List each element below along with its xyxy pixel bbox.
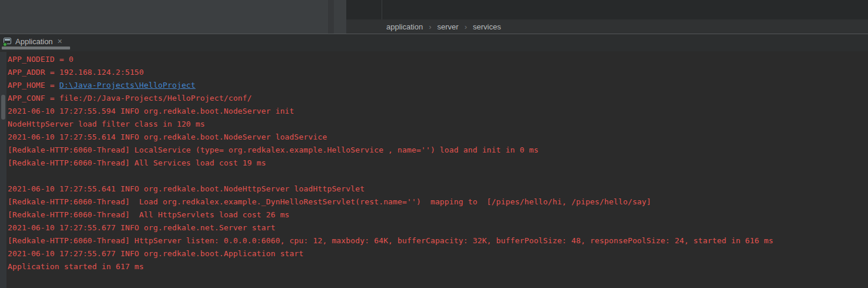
console-output[interactable]: APP_NODEID = 0APP_ADDR = 192.168.124.2:5… [8,53,868,273]
console-line: APP_CONF = file:/D:/Java-Projects/HelloP… [8,92,868,105]
console-line [8,170,868,183]
console-line: APP_ADDR = 192.168.124.2:5150 [8,66,868,79]
app-home-link[interactable]: D:\Java-Projects\HelloProject [59,81,196,90]
editor-header-area [346,0,868,19]
console-line: 2021-06-10 17:27:55.677 INFO org.redkale… [8,247,868,260]
console-text: APP_ADDR = 192.168.124.2:5150 [8,68,144,77]
console-window-titlebar [5,39,10,41]
console-text: APP_HOME = [8,81,59,90]
breadcrumb-item-server[interactable]: server [438,22,459,31]
console-text: 2021-06-10 17:27:55.677 INFO org.redkale… [8,223,276,232]
breadcrumb: application›server›services [346,19,868,34]
breadcrumb-item-application[interactable]: application [386,22,423,31]
console-line: [Redkale-HTTP:6060-Thread] HttpServer li… [8,234,868,247]
header-divider [382,0,382,19]
console-gutter [0,52,6,288]
tab-application-label: Application [15,37,53,46]
console-line: 2021-06-10 17:27:55.614 INFO org.redkale… [8,131,868,144]
console-line: 2021-06-10 17:27:55.641 INFO org.redkale… [8,183,868,196]
console-line: APP_HOME = D:\Java-Projects\HelloProject [8,79,868,92]
tab-active-indicator [2,47,70,49]
console-text: [Redkale-HTTP:6060-Thread] HttpServer li… [8,236,773,245]
console-text: Application started in 617 ms [8,262,144,271]
console-line: [Redkale-HTTP:6060-Thread] All HttpServl… [8,208,868,221]
console-line: 2021-06-10 17:27:55.677 INFO org.redkale… [8,221,868,234]
console-line: Application started in 617 ms [8,260,868,273]
scrollbar-thumb[interactable] [1,95,5,120]
console-text: NodeHttpServer load filter class in 120 … [8,120,205,128]
console-text: [Redkale-HTTP:6060-Thread] LocalService … [8,145,538,154]
console-text: [Redkale-HTTP:6060-Thread] All Services … [8,158,266,167]
console-line: [Redkale-HTTP:6060-Thread] Load org.redk… [8,196,868,208]
console-text: 2021-06-10 17:27:55.614 INFO org.redkale… [8,133,327,141]
close-icon[interactable]: × [58,37,62,45]
console-text: 2021-06-10 17:27:55.594 INFO org.redkale… [8,107,294,115]
console-text: APP_CONF = file:/D:/Java-Projects/HelloP… [8,94,252,102]
console-text: [Redkale-HTTP:6060-Thread] All HttpServl… [8,210,290,219]
console-line: [Redkale-HTTP:6060-Thread] LocalService … [8,144,868,157]
chevron-right-icon: › [465,23,467,31]
console-line: APP_NODEID = 0 [8,53,868,66]
breadcrumb-item-services[interactable]: services [473,22,501,31]
console-run-icon [4,38,12,45]
editor-empty-area [0,0,346,34]
editor-scrollbar-track[interactable] [328,0,334,34]
console-line: 2021-06-10 17:27:55.594 INFO org.redkale… [8,105,868,118]
console-text: [Redkale-HTTP:6060-Thread] Load org.redk… [8,197,651,206]
console-text: APP_NODEID = 0 [8,55,74,64]
console-text: 2021-06-10 17:27:55.677 INFO org.redkale… [8,249,304,258]
ide-window: application›server›services Application … [0,0,868,288]
console-text: 2021-06-10 17:27:55.641 INFO org.redkale… [8,184,365,193]
running-indicator-dot [3,42,7,47]
chevron-right-icon: › [429,23,431,31]
console-panel: APP_NODEID = 0APP_ADDR = 192.168.124.2:5… [0,52,868,288]
console-line: NodeHttpServer load filter class in 120 … [8,118,868,131]
console-line: [Redkale-HTTP:6060-Thread] All Services … [8,157,868,170]
console-tab-bar: Application × [0,34,868,51]
